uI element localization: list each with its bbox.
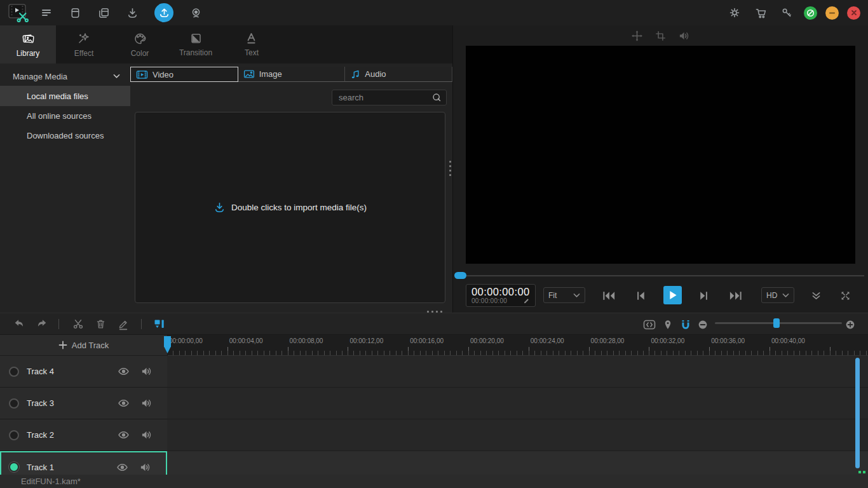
track-mute-button[interactable]	[137, 398, 156, 409]
add-marker-button[interactable]	[660, 316, 676, 333]
store-button[interactable]	[752, 4, 770, 22]
snap-toggle-button[interactable]	[677, 316, 694, 333]
track-header-track-4[interactable]: Track 4	[0, 356, 167, 388]
previous-frame-button[interactable]	[632, 287, 649, 304]
save-as-button[interactable]	[95, 4, 112, 22]
ruler-segment: 00:00:36,00	[709, 335, 770, 355]
delete-button[interactable]	[92, 316, 109, 332]
ad-free-button[interactable]	[804, 6, 817, 20]
track-lane-track-4[interactable]	[167, 356, 868, 388]
menu-button[interactable]	[37, 4, 55, 22]
track-lane-track-1[interactable]	[167, 451, 868, 475]
source-list: Local media filesAll online sourcesDownl…	[0, 86, 130, 146]
track-select-radio[interactable]	[9, 462, 19, 472]
app-logo-icon	[7, 3, 29, 22]
activation-key-button[interactable]	[778, 4, 796, 22]
corner-resize-grip[interactable]	[858, 471, 865, 473]
ruler-timestamp: 00:00:00,00	[169, 337, 203, 344]
media-type-tab-strip: VideoImageAudio	[130, 67, 452, 82]
track-select-radio[interactable]	[9, 398, 19, 409]
seek-handle[interactable]	[454, 272, 466, 279]
media-tab-image[interactable]: Image	[238, 67, 346, 82]
pencil-icon	[118, 318, 129, 330]
timeline-ruler[interactable]: 00:00:00,0000:00:04,0000:00:08,0000:00:1…	[167, 335, 868, 356]
double-chevron-down-icon	[811, 291, 822, 301]
tab-transition[interactable]: Transition	[168, 25, 224, 64]
ruler-timestamp: 00:00:36,00	[711, 337, 745, 344]
track-header-track-2[interactable]: Track 2	[0, 419, 167, 451]
quality-select[interactable]: HD	[761, 287, 794, 303]
record-button[interactable]	[187, 4, 205, 22]
import-button[interactable]	[123, 4, 141, 22]
add-track-button[interactable]: Add Track	[0, 335, 167, 356]
track-visibility-button[interactable]	[112, 463, 132, 472]
sidebar-item-local-media-files[interactable]: Local media files	[0, 86, 130, 106]
track-header-track-1[interactable]: Track 1	[0, 451, 167, 475]
ruler-segment: 00:00:40,00	[770, 335, 830, 355]
manage-media-dropdown[interactable]: Manage Media	[0, 67, 130, 86]
track-visibility-button[interactable]	[114, 430, 133, 440]
fullscreen-button[interactable]	[836, 287, 854, 304]
selection-range-button[interactable]	[641, 316, 658, 333]
undo-icon	[13, 319, 25, 329]
seek-bar[interactable]	[461, 275, 864, 276]
tab-effect[interactable]: Effect	[56, 25, 112, 64]
speaker-icon[interactable]	[678, 30, 690, 41]
zoom-out-icon	[698, 320, 708, 330]
zoom-fit-select[interactable]: Fit	[543, 287, 585, 303]
ruler-ticks	[709, 351, 770, 355]
track-lane-track-2[interactable]	[167, 419, 868, 451]
redo-button[interactable]	[33, 316, 50, 332]
zoom-out-button[interactable]	[695, 316, 711, 333]
skip-to-end-button[interactable]	[727, 287, 745, 304]
edit-button[interactable]	[115, 316, 132, 332]
crop-icon[interactable]	[655, 30, 666, 41]
app-window: LibraryEffectColorTransitionText Manage …	[0, 0, 868, 488]
vertical-resize-grip[interactable]	[449, 161, 451, 176]
track-lane-track-3[interactable]	[167, 388, 868, 419]
minimize-button[interactable]	[825, 6, 839, 20]
cut-button[interactable]	[70, 316, 86, 332]
track-visibility-button[interactable]	[114, 367, 133, 376]
media-tab-video[interactable]: Video	[130, 67, 238, 82]
next-frame-button[interactable]	[695, 287, 713, 304]
track-mute-button[interactable]	[137, 366, 156, 377]
timecode-display[interactable]: 00:00:00:00 00:00:00:00	[466, 284, 536, 307]
track-select-radio[interactable]	[9, 430, 19, 440]
timeline-scrollbar[interactable]	[855, 358, 860, 468]
skip-to-start-button[interactable]	[600, 287, 618, 304]
export-button[interactable]	[154, 3, 173, 22]
tab-color[interactable]: Color	[112, 25, 168, 64]
chevron-down-icon	[573, 293, 580, 298]
timeline-zoom-handle[interactable]	[773, 318, 780, 328]
save-button[interactable]	[66, 4, 84, 22]
sidebar-item-downloaded-sources[interactable]: Downloaded sources	[0, 126, 130, 146]
move-icon[interactable]	[631, 30, 643, 42]
zoom-in-button[interactable]	[842, 316, 858, 333]
undo-button[interactable]	[11, 316, 27, 332]
save-as-icon	[98, 7, 110, 19]
block-icon	[806, 8, 815, 18]
ruler-timestamp: 00:00:24,00	[531, 337, 564, 344]
sidebar-item-all-online-sources[interactable]: All online sources	[0, 106, 130, 126]
track-mute-button[interactable]	[135, 462, 154, 473]
search-icon	[431, 92, 446, 103]
play-button[interactable]	[663, 286, 682, 304]
media-tab-audio[interactable]: Audio	[345, 67, 452, 82]
settings-button[interactable]	[726, 4, 743, 22]
track-mute-button[interactable]	[137, 430, 156, 440]
track-visibility-button[interactable]	[114, 398, 133, 408]
media-tab-label: Video	[153, 70, 173, 79]
edit-timecode-icon[interactable]	[523, 297, 530, 304]
track-select-radio[interactable]	[9, 367, 19, 377]
track-header-track-3[interactable]: Track 3	[0, 388, 167, 419]
import-media-dropzone[interactable]: Double clicks to import media file(s)	[135, 112, 445, 303]
play-icon	[668, 290, 677, 300]
collapse-preview-button[interactable]	[807, 287, 825, 304]
close-button[interactable]	[847, 6, 860, 20]
preview-toolbar	[453, 27, 868, 44]
tab-library[interactable]: Library	[0, 25, 56, 64]
tab-text[interactable]: Text	[224, 25, 280, 64]
search-input[interactable]	[332, 93, 431, 102]
split-button[interactable]	[151, 316, 168, 332]
